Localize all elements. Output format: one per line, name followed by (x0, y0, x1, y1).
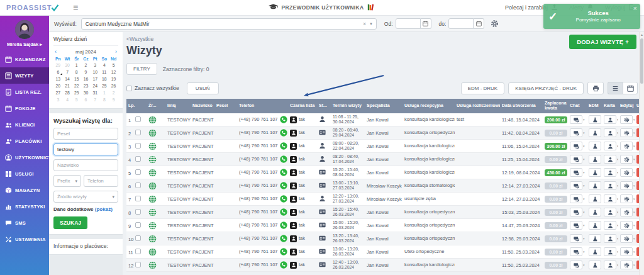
row-checkbox[interactable] (135, 116, 141, 122)
calendar-day-cell[interactable]: 17 (91, 76, 100, 82)
calendar-next-icon[interactable]: › (114, 48, 118, 55)
calendar-day-cell[interactable]: 20 (53, 82, 63, 89)
edit-button[interactable] (620, 208, 633, 216)
whatsapp-icon[interactable] (278, 235, 287, 242)
calendar-day-cell[interactable]: 11 (100, 69, 109, 76)
sidebar-user-name[interactable]: Mirella Sajdak ▸ (7, 42, 42, 47)
calendar-day-cell[interactable]: 14 (63, 76, 72, 82)
edm-button[interactable] (589, 208, 601, 216)
calendar-day-cell[interactable]: 7 (63, 69, 72, 76)
edm-button[interactable] (589, 128, 601, 137)
edit-button[interactable] (620, 194, 633, 203)
chat-button[interactable] (570, 261, 582, 269)
patient-card-button[interactable] (604, 142, 616, 150)
calendar-day-cell[interactable]: 3 (53, 96, 63, 103)
calendar-day-cell[interactable]: 9 (81, 69, 91, 76)
whatsapp-icon[interactable] (278, 129, 287, 137)
row-checkbox[interactable] (135, 235, 141, 241)
close-icon[interactable]: × (633, 4, 637, 12)
chat-button[interactable] (570, 247, 582, 256)
row-checkbox[interactable] (135, 209, 141, 215)
sidebar-item-placowki[interactable]: PLACÓWKI (0, 133, 49, 149)
calendar-day-cell[interactable]: 24 (91, 82, 100, 89)
registry-print-button[interactable]: KSIĘGA PRZYJĘĆ - DRUK (508, 82, 584, 94)
pesel-input[interactable] (53, 128, 118, 140)
chat-button[interactable] (570, 221, 582, 230)
patient-card-button[interactable] (604, 128, 616, 137)
print-button[interactable] (587, 82, 604, 94)
calendar-day-cell[interactable]: 28 (63, 89, 72, 96)
calendar-day-cell[interactable]: 2 (81, 62, 91, 69)
row-checkbox[interactable] (135, 169, 141, 175)
edit-button[interactable] (620, 234, 633, 243)
patient-card-button[interactable] (604, 181, 616, 190)
visit-source-select[interactable]: Źródło wizyty ▾ (53, 191, 118, 203)
calendar-day-cell[interactable]: 19 (109, 76, 118, 82)
calendar-day-cell[interactable]: 9 (109, 96, 118, 103)
date-from-calendar-button[interactable] (421, 18, 431, 29)
chat-button[interactable] (570, 208, 582, 216)
calendar-day-cell[interactable]: 15 (72, 76, 81, 82)
calendar-day-cell[interactable]: 4 (100, 62, 109, 69)
surname-input[interactable] (53, 159, 118, 171)
calendar-day-cell[interactable]: 30 (63, 62, 72, 69)
back-to-all-link[interactable]: <Wszystkie (126, 36, 153, 42)
date-from-input[interactable] (396, 18, 421, 29)
edit-button[interactable] (620, 261, 633, 269)
sidebar-item-sms[interactable]: SMS (0, 215, 49, 231)
patient-card-button[interactable] (604, 221, 616, 230)
edm-button[interactable] (589, 234, 601, 243)
prefix-select[interactable]: Prefix ▾ (53, 175, 81, 187)
row-checkbox[interactable] (135, 143, 141, 149)
row-checkbox[interactable] (135, 156, 141, 162)
calendar-day-cell[interactable]: 7 (91, 96, 100, 103)
edit-button[interactable] (620, 155, 633, 164)
row-checkbox[interactable] (135, 130, 141, 135)
calendar-day-cell[interactable]: 4 (63, 96, 72, 103)
sidebar-item-kalendarz[interactable]: KALENDARZ (0, 51, 49, 67)
chat-button[interactable] (570, 115, 582, 124)
calendar-prev-icon[interactable]: ‹ (53, 48, 58, 55)
chat-button[interactable] (570, 234, 582, 243)
edit-button[interactable] (620, 142, 633, 150)
calendar-day-cell[interactable]: 1 (72, 62, 81, 69)
edit-button[interactable] (620, 247, 633, 256)
calendar-day-cell[interactable]: 1 (100, 89, 109, 96)
edm-button[interactable] (589, 261, 601, 269)
patient-card-button[interactable] (604, 168, 616, 177)
patient-card-button[interactable] (604, 155, 616, 164)
chat-button[interactable] (570, 181, 582, 190)
scroll-up-icon[interactable]: ▲ (640, 32, 644, 37)
sidebar-item-uzytkownicy[interactable]: UŻYTKOWNICY (0, 149, 49, 166)
patient-card-button[interactable] (604, 234, 616, 243)
patient-card-button[interactable] (604, 194, 616, 203)
row-checkbox[interactable] (135, 262, 141, 267)
sidebar-item-klienci[interactable]: KLIENCI (0, 116, 49, 133)
filters-button[interactable]: FILTRY (126, 63, 157, 75)
calendar-day-cell[interactable]: 8 (100, 96, 109, 103)
filter-settings-gear-icon[interactable] (491, 20, 499, 28)
calendar-day-cell[interactable]: 10 (91, 69, 100, 76)
show-extra-data-link[interactable]: (pokaż) (95, 206, 113, 212)
edm-button[interactable] (589, 115, 601, 124)
sidebar-item-ustawienia[interactable]: USTAWIENIA (0, 231, 49, 247)
calendar-day-cell[interactable]: 12 (109, 69, 118, 76)
whatsapp-icon[interactable] (278, 182, 287, 189)
sidebar-item-pokoje[interactable]: POKOJE (0, 100, 49, 116)
sidebar-item-uslugi[interactable]: USŁUGI (0, 166, 49, 182)
phone-input[interactable] (84, 175, 118, 187)
patient-card-button[interactable] (604, 261, 616, 269)
date-to-input[interactable] (448, 18, 474, 29)
chat-button[interactable] (570, 168, 582, 177)
chat-button[interactable] (570, 194, 582, 203)
calendar-day-cell[interactable]: 21 (63, 82, 72, 89)
calendar-day-cell[interactable]: 30 (81, 89, 91, 96)
whatsapp-icon[interactable] (278, 195, 287, 203)
edm-button[interactable] (589, 168, 601, 177)
calendar-day-cell[interactable]: 6 (53, 69, 63, 76)
edm-button[interactable] (589, 181, 601, 190)
edit-button[interactable] (620, 168, 633, 177)
whatsapp-icon[interactable] (278, 155, 287, 163)
edm-button[interactable] (589, 247, 601, 256)
calendar-view-button[interactable] (623, 82, 638, 94)
